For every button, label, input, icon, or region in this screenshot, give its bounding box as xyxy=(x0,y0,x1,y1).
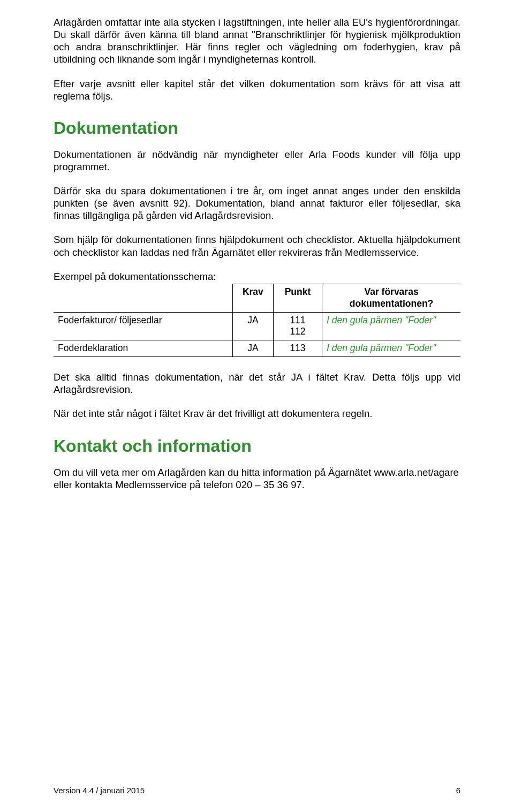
cell-krav: JA xyxy=(232,340,273,357)
heading-kontakt: Kontakt och information xyxy=(54,435,460,457)
dok-paragraph-1: Dokumentationen är nödvändig när myndigh… xyxy=(54,148,460,173)
footer-version: Version 4.4 / januari 2015 xyxy=(54,786,145,796)
table-header-row: Krav Punkt Var förvaras dokumentationen? xyxy=(54,284,460,312)
cell-punkt: 111 112 xyxy=(273,312,322,340)
cell-var: I den gula pärmen "Foder" xyxy=(322,312,460,340)
page-footer: Version 4.4 / januari 2015 6 xyxy=(54,786,460,796)
table-header-punkt: Punkt xyxy=(273,284,322,312)
table-row: Foderdeklaration JA 113 I den gula pärme… xyxy=(54,340,460,357)
page: Arlagården omfattar inte alla stycken i … xyxy=(0,0,514,812)
cell-desc: Foderfakturor/ följesedlar xyxy=(54,312,232,340)
after-table-paragraph-2: När det inte står något i fältet Krav är… xyxy=(54,407,460,420)
intro-paragraph-2: Efter varje avsnitt eller kapitel står d… xyxy=(54,78,460,102)
table-header-krav: Krav xyxy=(232,284,273,312)
documentation-table: Krav Punkt Var förvaras dokumentationen?… xyxy=(54,284,460,357)
heading-dokumentation: Dokumentation xyxy=(54,117,460,139)
schema-label: Exempel på dokumentationsschema: xyxy=(54,270,460,283)
cell-krav: JA xyxy=(232,312,273,340)
table-header-desc xyxy=(54,284,232,312)
after-table-paragraph-1: Det ska alltid finnas dokumentation, när… xyxy=(54,371,460,396)
table-header-var: Var förvaras dokumentationen? xyxy=(322,284,460,312)
cell-punkt: 113 xyxy=(273,340,322,357)
kontakt-paragraph: Om du vill veta mer om Arlagården kan du… xyxy=(54,466,460,491)
cell-desc: Foderdeklaration xyxy=(54,340,232,357)
table-row: Foderfakturor/ följesedlar JA 111 112 I … xyxy=(54,312,460,340)
cell-var: I den gula pärmen "Foder" xyxy=(322,340,460,357)
dok-paragraph-3: Som hjälp för dokumentationen finns hjäl… xyxy=(54,233,460,258)
intro-paragraph-1: Arlagården omfattar inte alla stycken i … xyxy=(54,16,460,66)
dok-paragraph-2: Därför ska du spara dokumentationen i tr… xyxy=(54,185,460,222)
footer-page-number: 6 xyxy=(456,786,460,796)
